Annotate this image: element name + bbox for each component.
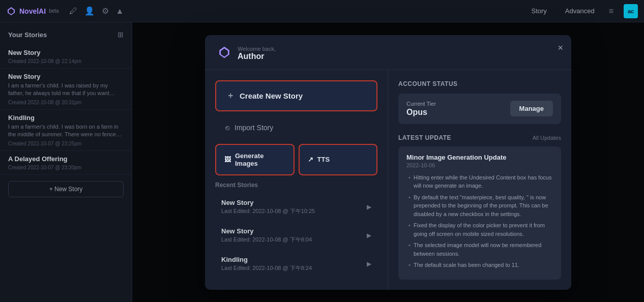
recent-story-info-1: New Story Last Edited: 2022-10-08 @ 下午10… bbox=[221, 199, 367, 215]
update-card: Minor Image Generation Update 2022-10-06… bbox=[398, 146, 561, 280]
app-name: NovelAI bbox=[19, 7, 46, 15]
story-title-1: New Story bbox=[8, 49, 124, 56]
arrow-icon-1: ▶ bbox=[367, 203, 371, 210]
bullet-4: The selected image model will now be rem… bbox=[406, 241, 553, 258]
account-status-card: Current Tier Opus Manage bbox=[398, 94, 561, 124]
modal: Welcome back, Author × ＋ Create New Stor… bbox=[205, 35, 571, 290]
recent-story-2[interactable]: New Story Last Edited: 2022-10-08 @ 下午8:… bbox=[215, 222, 377, 249]
avatar[interactable]: ac bbox=[624, 4, 638, 18]
modal-body: ＋ Create New Story ⎋ Import Story 🖼 Gene… bbox=[205, 70, 571, 290]
tier-label: Current Tier bbox=[406, 101, 436, 107]
welcome-text: Welcome back, bbox=[238, 46, 276, 52]
latest-update-heading: Latest Update bbox=[398, 134, 451, 141]
manage-button[interactable]: Manage bbox=[510, 101, 553, 116]
story-date-4: Created 2022-10-07 @ 23:30pm bbox=[8, 165, 124, 170]
arrow-icon-3: ▶ bbox=[367, 260, 371, 267]
feather-icon[interactable]: 🖊 bbox=[69, 7, 77, 16]
story-preview-3: I am a farmer's child. I was born on a f… bbox=[8, 123, 124, 139]
sidebar-story-1[interactable]: New Story Created 2022-10-08 @ 22:14pm bbox=[0, 45, 132, 69]
action-btn-group: 🖼 Generate Images ↗ TTS bbox=[215, 144, 377, 175]
info-icon[interactable]: ▲ bbox=[116, 7, 124, 16]
update-bullets-list: Hitting enter while the Undesired Conten… bbox=[406, 173, 553, 269]
all-updates-link[interactable]: All Updates bbox=[533, 135, 561, 141]
recent-story-info-3: Kindling Last Edited: 2022-10-08 @ 下午8:2… bbox=[221, 256, 367, 272]
main-layout: Your Stories ⊞ New Story Created 2022-10… bbox=[0, 22, 644, 302]
recent-story-name-3: Kindling bbox=[221, 256, 367, 263]
modal-left-panel: ＋ Create New Story ⎋ Import Story 🖼 Gene… bbox=[205, 70, 388, 290]
recent-story-1[interactable]: New Story Last Edited: 2022-10-08 @ 下午10… bbox=[215, 194, 377, 220]
story-title-4: A Delayed Offering bbox=[8, 155, 124, 163]
close-button[interactable]: × bbox=[558, 43, 563, 52]
story-date-1: Created 2022-10-08 @ 22:14pm bbox=[8, 58, 124, 64]
recent-story-name-2: New Story bbox=[221, 227, 367, 235]
sidebar-story-4[interactable]: A Delayed Offering Created 2022-10-07 @ … bbox=[0, 151, 132, 175]
story-date-3: Created 2022-10-07 @ 23:25pm bbox=[8, 141, 124, 146]
sidebar-story-2[interactable]: New Story I am a farmer's child. I was r… bbox=[0, 69, 132, 110]
modal-right-panel: Account Status Current Tier Opus Manage … bbox=[388, 70, 571, 290]
arrow-icon-2: ▶ bbox=[367, 232, 371, 239]
tab-advanced[interactable]: Advanced bbox=[561, 5, 599, 17]
story-preview-2: I am a farmer's child. I was raised by m… bbox=[8, 82, 124, 98]
recent-story-info-2: New Story Last Edited: 2022-10-08 @ 下午8:… bbox=[221, 227, 367, 244]
content-area: No Story selected. Welcome back, Author … bbox=[132, 22, 644, 302]
tts-label: TTS bbox=[317, 156, 330, 163]
create-story-label: Create New Story bbox=[240, 92, 303, 100]
sidebar-story-3[interactable]: Kindling I am a farmer's child. I was bo… bbox=[0, 110, 132, 151]
settings-icon[interactable]: ⚙ bbox=[102, 6, 109, 16]
nav-icons: 🖊 👤 ⚙ ▲ bbox=[69, 6, 124, 16]
story-title-2: New Story bbox=[8, 73, 124, 80]
tier-name: Opus bbox=[406, 108, 436, 117]
import-icon: ⎋ bbox=[225, 124, 229, 132]
beta-label: beta bbox=[49, 8, 58, 14]
latest-update-header: Latest Update All Updates bbox=[398, 134, 561, 141]
bullet-1: Hitting enter while the Undesired Conten… bbox=[406, 173, 553, 190]
image-icon: 🖼 bbox=[224, 156, 231, 163]
top-nav: NovelAI beta 🖊 👤 ⚙ ▲ Story Advanced ≡ ac bbox=[0, 0, 644, 22]
top-nav-right: Story Advanced ≡ ac bbox=[527, 4, 638, 18]
recent-story-date-3: Last Edited: 2022-10-08 @ 下午8:24 bbox=[221, 264, 367, 272]
sidebar-header: Your Stories ⊞ bbox=[0, 28, 132, 45]
recent-stories-title: Recent Stories bbox=[215, 182, 377, 189]
update-title: Minor Image Generation Update bbox=[406, 154, 553, 161]
modal-header: Welcome back, Author × bbox=[205, 35, 571, 70]
recent-story-3[interactable]: Kindling Last Edited: 2022-10-08 @ 下午8:2… bbox=[215, 251, 377, 277]
tts-button[interactable]: ↗ TTS bbox=[299, 144, 378, 175]
recent-story-name-1: New Story bbox=[221, 199, 367, 206]
recent-story-date-2: Last Edited: 2022-10-08 @ 下午8:04 bbox=[221, 236, 367, 244]
filter-icon[interactable]: ⊞ bbox=[118, 31, 124, 39]
modal-header-text: Welcome back, Author bbox=[238, 46, 276, 61]
person-icon[interactable]: 👤 bbox=[84, 6, 95, 16]
tab-story[interactable]: Story bbox=[527, 5, 550, 17]
story-title-3: Kindling bbox=[8, 114, 124, 122]
generate-images-button[interactable]: 🖼 Generate Images bbox=[215, 144, 295, 175]
tier-info: Current Tier Opus bbox=[406, 101, 436, 117]
generate-images-label: Generate Images bbox=[235, 152, 285, 167]
import-story-label: Import Story bbox=[235, 124, 273, 132]
sidebar: Your Stories ⊞ New Story Created 2022-10… bbox=[0, 22, 132, 302]
modal-logo-icon bbox=[217, 45, 231, 62]
sidebar-new-story-button[interactable]: + New Story bbox=[8, 181, 124, 197]
story-date-2: Created 2022-10-08 @ 20:31pm bbox=[8, 100, 124, 105]
lines-icon[interactable]: ≡ bbox=[609, 7, 613, 16]
plus-icon: ＋ bbox=[226, 90, 235, 101]
author-name: Author bbox=[238, 52, 276, 61]
bullet-2: By default the text "masterpiece, best q… bbox=[406, 193, 553, 219]
bullet-3: Fixed the display of the color picker to… bbox=[406, 221, 553, 238]
logo-icon bbox=[6, 6, 16, 16]
recent-story-date-1: Last Edited: 2022-10-08 @ 下午10:25 bbox=[221, 207, 367, 215]
modal-backdrop: Welcome back, Author × ＋ Create New Stor… bbox=[132, 22, 644, 302]
app-logo: NovelAI beta bbox=[6, 6, 59, 16]
import-story-button[interactable]: ⎋ Import Story bbox=[215, 117, 377, 138]
create-new-story-button[interactable]: ＋ Create New Story bbox=[215, 80, 377, 111]
tts-icon: ↗ bbox=[308, 156, 313, 163]
sidebar-title: Your Stories bbox=[8, 31, 47, 39]
account-status-heading: Account Status bbox=[398, 80, 561, 87]
update-date: 2022-10-06 bbox=[406, 162, 553, 168]
bullet-5: The default scale has been changed to 11… bbox=[406, 261, 553, 269]
